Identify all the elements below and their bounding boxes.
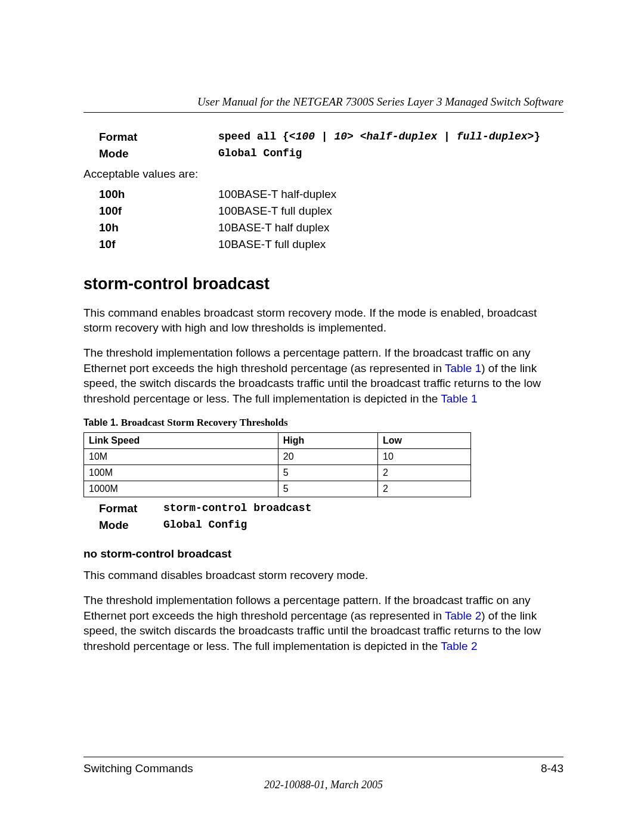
format-row: Format speed all {<100 | 10> <half-duple… <box>83 131 564 144</box>
thresholds-table: Link Speed High Low 10M 20 10 100M 5 2 1… <box>83 432 471 497</box>
cell: 20 <box>278 449 377 465</box>
cell: 100M <box>84 465 278 481</box>
table-link[interactable]: Table 2 <box>441 640 477 652</box>
cell: 5 <box>278 465 377 481</box>
value-key: 10h <box>99 221 218 234</box>
footer-center: 202-10088-01, March 2005 <box>83 779 564 791</box>
cell: 10 <box>378 449 471 465</box>
page: User Manual for the NETGEAR 7300S Series… <box>0 0 644 833</box>
value-desc: 10BASE-T full duplex <box>218 238 564 251</box>
format-value: speed all {<100 | 10> <half-duplex | ful… <box>218 131 564 144</box>
table-link[interactable]: Table 1 <box>445 362 481 374</box>
cell: 2 <box>378 481 471 497</box>
value-row-10f: 10f 10BASE-T full duplex <box>83 238 564 251</box>
cell: 1000M <box>84 481 278 497</box>
acceptable-intro: Acceptable values are: <box>83 166 564 182</box>
format-value-text: speed all {<100 | 10> <half-duplex | ful… <box>218 131 540 143</box>
nosection-para-1: This command disables broadcast storm re… <box>83 568 564 583</box>
table-link[interactable]: Table 1 <box>441 392 477 405</box>
mode-row-2: Mode Global Config <box>83 519 564 532</box>
value-row-100f: 100f 100BASE-T full duplex <box>83 205 564 218</box>
page-footer: Switching Commands 8-43 202-10088-01, Ma… <box>83 757 564 791</box>
value-key: 100h <box>99 188 218 201</box>
cell: 2 <box>378 465 471 481</box>
format-label: Format <box>99 131 218 144</box>
mode-row: Mode Global Config <box>83 147 564 160</box>
section-para-2: The threshold implementation follows a p… <box>83 345 564 407</box>
section-para-1: This command enables broadcast storm rec… <box>83 305 564 336</box>
value-desc: 10BASE-T half duplex <box>218 221 564 234</box>
cell: 5 <box>278 481 377 497</box>
value-key: 10f <box>99 238 218 251</box>
mode-label: Mode <box>99 519 163 532</box>
table-row: 10M 20 10 <box>84 449 471 465</box>
table-header-row: Link Speed High Low <box>84 433 471 449</box>
value-row-100h: 100h 100BASE-T half-duplex <box>83 188 564 201</box>
running-header: User Manual for the NETGEAR 7300S Series… <box>83 95 564 113</box>
section-heading-storm-control: storm-control broadcast <box>83 275 564 293</box>
mode-label: Mode <box>99 147 218 160</box>
table-row: 100M 5 2 <box>84 465 471 481</box>
footer-left: Switching Commands <box>83 762 193 775</box>
footer-line: Switching Commands 8-43 <box>83 762 564 775</box>
table-caption-lead: Table 1. <box>83 417 118 428</box>
format-label: Format <box>99 502 163 515</box>
format-row-2: Format storm-control broadcast <box>83 502 564 515</box>
subsection-heading-no-storm-control: no storm-control broadcast <box>83 547 564 561</box>
table-caption: Table 1. Broadcast Storm Recovery Thresh… <box>83 417 564 429</box>
table-link[interactable]: Table 2 <box>445 609 481 622</box>
footer-right: 8-43 <box>541 762 564 775</box>
value-desc: 100BASE-T half-duplex <box>218 188 564 201</box>
format-value: storm-control broadcast <box>163 502 564 515</box>
value-row-10h: 10h 10BASE-T half duplex <box>83 221 564 234</box>
cell: 10M <box>84 449 278 465</box>
mode-value: Global Config <box>163 519 564 532</box>
value-desc: 100BASE-T full duplex <box>218 205 564 218</box>
col-header-low: Low <box>378 433 471 449</box>
col-header-link-speed: Link Speed <box>84 433 278 449</box>
mode-value: Global Config <box>218 147 564 160</box>
nosection-para-2: The threshold implementation follows a p… <box>83 593 564 654</box>
table-row: 1000M 5 2 <box>84 481 471 497</box>
footer-rule <box>83 757 564 757</box>
value-key: 100f <box>99 205 218 218</box>
col-header-high: High <box>278 433 377 449</box>
table-caption-title: Broadcast Storm Recovery Thresholds <box>118 417 287 428</box>
